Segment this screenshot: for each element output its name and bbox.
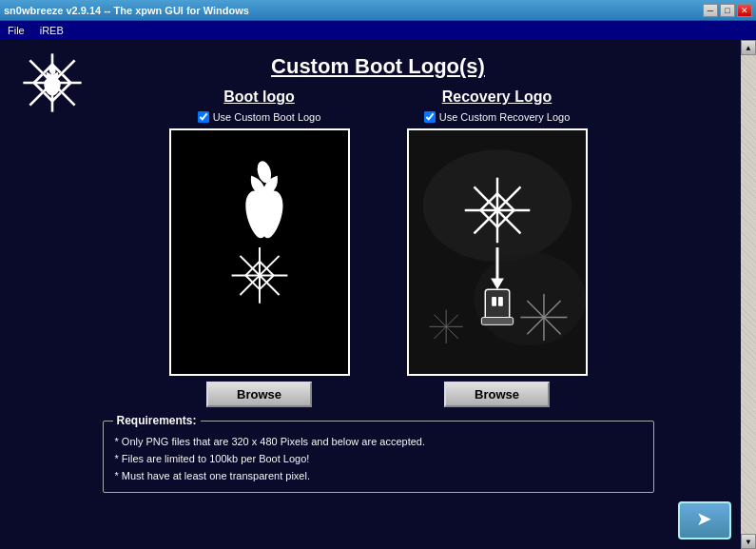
scroll-track[interactable] (741, 55, 756, 534)
recovery-logo-preview (407, 128, 588, 376)
logos-row: Boot logo Use Custom Boot Logo (169, 88, 588, 407)
menu-bar: File iREB (0, 21, 756, 40)
boot-logo-browse-button[interactable]: Browse (206, 382, 312, 407)
recovery-logo-label: Recovery Logo (442, 88, 552, 106)
boot-logo-checkbox[interactable] (198, 111, 209, 123)
requirement-line-2: * Files are limited to 100kb per Boot Lo… (115, 450, 642, 467)
minimize-button[interactable]: ─ (703, 4, 718, 17)
recovery-logo-checkbox-label: Use Custom Recovery Logo (439, 111, 571, 123)
window-title: sn0wbreeze v2.9.14 -- The xpwn GUI for W… (4, 5, 249, 16)
recovery-logo-checkbox[interactable] (424, 111, 436, 123)
boot-logo-section: Boot logo Use Custom Boot Logo (169, 88, 350, 407)
app-logo (19, 49, 86, 116)
boot-logo-checkbox-label: Use Custom Boot Logo (213, 111, 321, 123)
scrollbar[interactable]: ▲ ▼ (741, 40, 756, 549)
menu-file[interactable]: File (8, 25, 25, 36)
recovery-logo-section: Recovery Logo Use Custom Recovery Logo (407, 88, 588, 407)
menu-ireb[interactable]: iREB (40, 25, 64, 36)
next-arrow-icon: ➤ (697, 504, 713, 537)
requirements-title: Requirements: (113, 414, 201, 427)
requirement-line-3: * Must have at least one transparent pix… (115, 467, 642, 484)
requirement-line-1: * Only PNG files that are 320 x 480 Pixe… (115, 433, 642, 450)
boot-logo-checkbox-row: Use Custom Boot Logo (198, 111, 321, 123)
recovery-logo-browse-button[interactable]: Browse (444, 382, 550, 407)
main-content: Custom Boot Logo(s) Boot logo Use Custom… (0, 40, 756, 549)
requirements-box: Requirements: * Only PNG files that are … (103, 421, 654, 493)
maximize-button[interactable]: □ (720, 4, 735, 17)
boot-logo-label: Boot logo (223, 88, 295, 106)
recovery-logo-checkbox-row: Use Custom Recovery Logo (424, 111, 571, 123)
svg-rect-46 (481, 318, 513, 325)
page-title: Custom Boot Logo(s) (271, 54, 485, 79)
close-button[interactable]: ✕ (737, 4, 752, 17)
boot-logo-preview (169, 128, 350, 376)
svg-rect-48 (497, 297, 502, 306)
next-button[interactable]: ➤ (678, 501, 731, 539)
requirements-text: * Only PNG files that are 320 x 480 Pixe… (115, 433, 642, 484)
scroll-up-arrow[interactable]: ▲ (741, 40, 756, 55)
title-bar: sn0wbreeze v2.9.14 -- The xpwn GUI for W… (0, 0, 756, 21)
scroll-down-arrow[interactable]: ▼ (741, 534, 756, 549)
svg-rect-47 (492, 297, 496, 306)
window-controls: ─ □ ✕ (703, 4, 752, 17)
